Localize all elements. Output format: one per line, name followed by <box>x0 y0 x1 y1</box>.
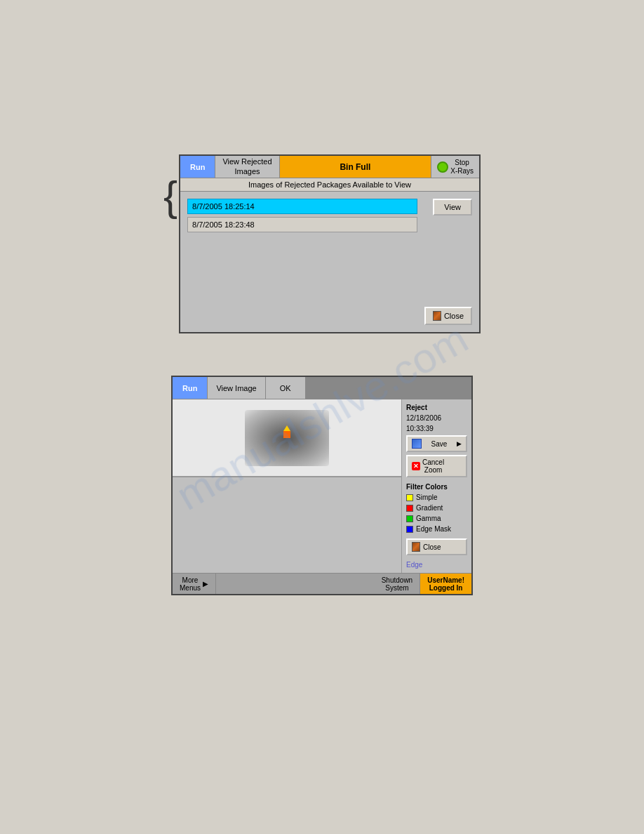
footer-spacer <box>216 574 375 594</box>
panel2-image-area <box>173 399 401 573</box>
panel1-status-bar: Images of Rejected Packages Available to… <box>180 178 479 192</box>
view-button[interactable]: View <box>433 199 472 216</box>
close-icon-2 <box>412 542 420 552</box>
view-rejected-button[interactable]: View Rejected Images <box>215 156 279 178</box>
ok-button[interactable]: OK <box>266 377 306 399</box>
username-button[interactable]: UserName! Logged In <box>420 574 471 594</box>
bin-full-button[interactable]: Bin Full <box>280 156 432 178</box>
panel2-toolbar: Run View Image OK <box>173 377 471 399</box>
cancel-zoom-button[interactable]: ✕ Cancel Zoom <box>406 455 467 477</box>
image-bottom <box>173 477 401 547</box>
panel2-body: Reject 12/18/2006 10:33:39 Save ▶ ✕ Canc… <box>173 399 471 573</box>
filter-gamma: Gamma <box>406 515 467 522</box>
more-menus-button[interactable]: More Menus ▶ <box>173 574 216 594</box>
panel2-footer: More Menus ▶ Shutdown System UserName! L… <box>173 573 471 594</box>
page-container: { Run View Rejected Images Bin Full Stop… <box>0 0 644 834</box>
reject-time: 10:33:39 <box>406 425 467 432</box>
filter-colors-label: Filter Colors <box>406 483 467 491</box>
gradient-color-dot <box>406 505 413 512</box>
threat-tip-icon <box>283 425 290 431</box>
gamma-color-dot <box>406 515 413 522</box>
close-icon <box>433 311 441 321</box>
panel1-body: 8/7/2005 18:25:14 8/7/2005 18:23:48 View… <box>180 192 479 332</box>
panel2-side: Reject 12/18/2006 10:33:39 Save ▶ ✕ Canc… <box>401 399 471 573</box>
panel2: Run View Image OK <box>171 376 473 595</box>
panel1-list: 8/7/2005 18:25:14 8/7/2005 18:23:48 <box>187 199 417 325</box>
simple-color-dot <box>406 494 413 501</box>
xray-image <box>245 410 329 466</box>
run-button-2[interactable]: Run <box>173 377 208 399</box>
brace-symbol: { <box>163 176 177 218</box>
reject-date: 12/18/2006 <box>406 414 467 422</box>
list-item[interactable]: 8/7/2005 18:23:48 <box>187 217 417 232</box>
close-button[interactable]: Close <box>424 307 472 325</box>
cancel-icon: ✕ <box>412 462 420 470</box>
filter-simple: Simple <box>406 494 467 501</box>
save-icon <box>412 439 422 449</box>
threat-marker <box>283 431 295 441</box>
save-button[interactable]: Save ▶ <box>406 435 467 452</box>
image-top <box>173 399 401 477</box>
shutdown-button[interactable]: Shutdown System <box>375 574 420 594</box>
edge-label: Edge <box>406 561 467 569</box>
stop-xrays-button[interactable]: Stop X-Rays <box>431 156 479 178</box>
run-button[interactable]: Run <box>180 156 215 178</box>
panel1-wrapper: { Run View Rejected Images Bin Full Stop… <box>163 154 481 333</box>
view-image-button[interactable]: View Image <box>208 377 265 399</box>
save-arrow-icon: ▶ <box>457 440 462 447</box>
panel1-side: View Close <box>424 199 472 325</box>
toolbar-spacer <box>306 377 471 399</box>
edge-mask-color-dot <box>406 526 413 533</box>
reject-label: Reject <box>406 404 467 411</box>
more-menus-arrow-icon: ▶ <box>203 580 208 588</box>
panel1: Run View Rejected Images Bin Full Stop X… <box>179 154 481 333</box>
close-button-2[interactable]: Close <box>406 538 467 555</box>
panel1-toolbar: Run View Rejected Images Bin Full Stop X… <box>180 156 479 178</box>
filter-gradient: Gradient <box>406 504 467 512</box>
filter-edge-mask: Edge Mask <box>406 525 467 533</box>
threat-body-icon <box>283 431 290 438</box>
list-item[interactable]: 8/7/2005 18:25:14 <box>187 199 417 214</box>
stop-xrays-icon <box>437 161 448 173</box>
